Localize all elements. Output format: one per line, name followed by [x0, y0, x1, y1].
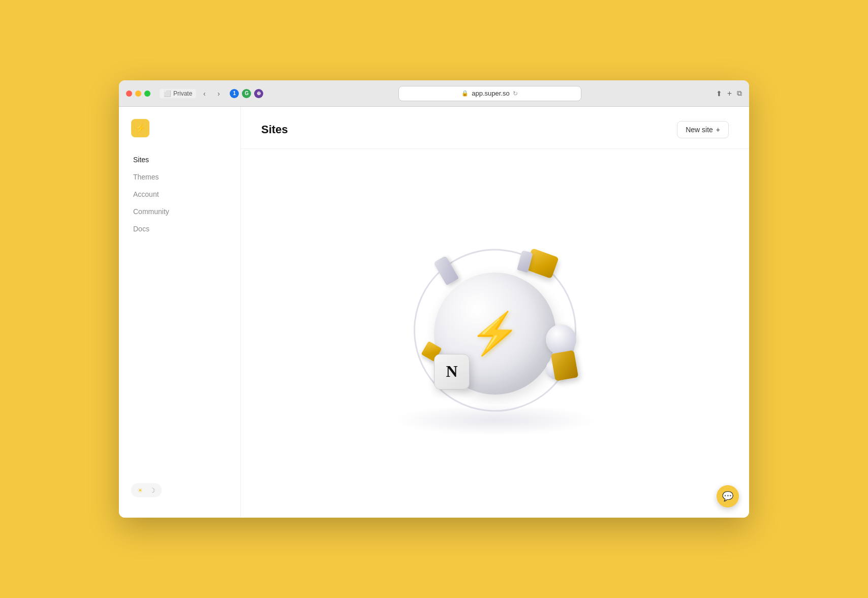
lightning-logo: ⚡: [135, 123, 146, 134]
light-mode-toggle[interactable]: ☀: [135, 485, 145, 495]
account-label: Account: [133, 190, 159, 198]
browser-nav: ⬜ Private ‹ ›: [160, 87, 225, 100]
lightning-bolt-icon: ⚡: [470, 313, 520, 354]
sidebar-item-account[interactable]: Account: [127, 186, 232, 202]
docs-label: Docs: [133, 225, 149, 233]
address-bar-container: 🔒 app.super.so ↻: [268, 86, 710, 101]
sidebar-icon: ⬜: [164, 90, 171, 97]
browser-window: ⬜ Private ‹ › 1 G ⊕ 🔒 app.super.so ↻ ⬆ +…: [119, 80, 749, 518]
app-layout: ⚡ Sites Themes Account Community Docs: [119, 107, 749, 518]
main-header: Sites New site +: [241, 107, 749, 149]
chat-button[interactable]: 💬: [717, 485, 739, 507]
add-tab-icon[interactable]: +: [727, 89, 732, 98]
forward-button[interactable]: ›: [212, 87, 225, 100]
community-label: Community: [133, 207, 169, 216]
browser-actions: ⬆ + ⧉: [716, 89, 742, 98]
browser-chrome: ⬜ Private ‹ › 1 G ⊕ 🔒 app.super.so ↻ ⬆ +…: [119, 80, 749, 107]
moon-icon: ☽: [149, 487, 156, 494]
sidebar-item-community[interactable]: Community: [127, 203, 232, 220]
new-site-button[interactable]: New site +: [677, 121, 729, 138]
sidebar-bottom: ☀ ☽: [119, 475, 240, 505]
minimize-button[interactable]: [135, 91, 141, 97]
private-badge: ⬜ Private: [160, 89, 196, 98]
new-site-label: New site: [686, 126, 713, 134]
sidebar-item-docs[interactable]: Docs: [127, 221, 232, 237]
sidebar-item-sites[interactable]: Sites: [127, 152, 232, 168]
sidebar-logo: ⚡: [119, 119, 240, 152]
illustration: ⚡ N: [383, 227, 607, 440]
url-text: app.super.so: [472, 89, 509, 97]
sun-icon: ☀: [137, 487, 143, 494]
browser-extensions: 1 G ⊕: [230, 89, 263, 98]
sites-label: Sites: [133, 156, 149, 164]
main-body: ⚡ N: [241, 149, 749, 518]
dark-mode-toggle[interactable]: ☽: [147, 485, 158, 495]
notion-icon: N: [434, 354, 470, 390]
chat-icon: 💬: [722, 491, 733, 502]
sidebar-nav: Sites Themes Account Community Docs: [119, 152, 240, 475]
sidebar-item-themes[interactable]: Themes: [127, 169, 232, 185]
extension-3-icon[interactable]: ⊕: [254, 89, 263, 98]
page-title: Sites: [261, 123, 288, 136]
lock-icon: 🔒: [461, 90, 469, 97]
extension-2-icon[interactable]: G: [242, 89, 251, 98]
main-content: Sites New site +: [241, 107, 749, 518]
notion-letter: N: [446, 362, 457, 381]
theme-toggle[interactable]: ☀ ☽: [131, 483, 162, 497]
logo-icon: ⚡: [131, 119, 149, 137]
traffic-lights: [126, 91, 150, 97]
sidebar: ⚡ Sites Themes Account Community Docs: [119, 107, 241, 518]
private-label: Private: [173, 90, 192, 97]
address-bar[interactable]: 🔒 app.super.so ↻: [398, 86, 581, 101]
close-button[interactable]: [126, 91, 132, 97]
refresh-icon[interactable]: ↻: [513, 90, 518, 97]
extension-1-icon[interactable]: 1: [230, 89, 239, 98]
themes-label: Themes: [133, 173, 159, 181]
gold-box-bottom-right: [551, 350, 579, 381]
maximize-button[interactable]: [144, 91, 150, 97]
plus-icon: +: [716, 126, 720, 134]
back-button[interactable]: ‹: [198, 87, 210, 100]
tabs-icon[interactable]: ⧉: [737, 89, 742, 98]
share-icon[interactable]: ⬆: [716, 89, 722, 98]
